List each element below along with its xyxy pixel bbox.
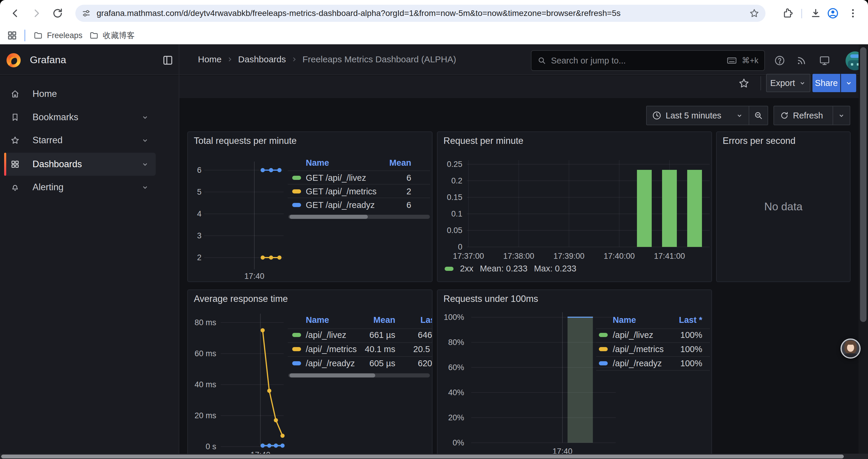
legend-series-label[interactable]: /api/_/metrics xyxy=(306,345,356,354)
monitor-icon[interactable] xyxy=(819,55,830,66)
vertical-scrollbar-thumb[interactable] xyxy=(860,47,867,322)
panel-title[interactable]: Total requests per minute xyxy=(194,136,297,146)
bookmark-folder-blogs[interactable]: 收藏博客 xyxy=(89,27,135,44)
legend-scrollbar-thumb[interactable] xyxy=(289,373,375,378)
series-swatch[interactable] xyxy=(292,176,301,180)
grafana-logo-icon[interactable] xyxy=(6,53,21,67)
legend-column-header[interactable]: Mean xyxy=(373,315,395,325)
series-swatch[interactable] xyxy=(599,361,608,365)
legend-series-label[interactable]: /api/_/readyz xyxy=(306,359,355,368)
share-dropdown-button[interactable] xyxy=(841,74,856,92)
search-input[interactable]: Search or jump to... ⌘+k xyxy=(531,50,765,71)
bar-plot: 0.250.20.150.10.05017:37:0017:38:0017:39… xyxy=(438,132,712,282)
help-icon[interactable] xyxy=(774,55,785,66)
panel-requests-under-100ms[interactable]: 100%80%60%40%20%0%17:40 Requests under 1… xyxy=(437,290,712,459)
legend-stat: Mean: 0.233 xyxy=(480,264,527,273)
news-rss-icon[interactable] xyxy=(796,55,807,66)
refresh-interval-dropdown[interactable] xyxy=(833,106,850,125)
panel-errors-per-second[interactable]: No data Errors per second xyxy=(716,131,850,282)
legend-series-label[interactable]: /api/_/livez xyxy=(306,330,346,340)
menu-kebab-icon[interactable] xyxy=(847,8,859,19)
legend-scrollbar-thumb[interactable] xyxy=(289,215,368,219)
legend-series-label[interactable]: /api/_/livez xyxy=(613,330,653,340)
bookmark-star-icon[interactable] xyxy=(749,8,760,19)
series-swatch[interactable] xyxy=(292,347,301,351)
bookmark-folder-freeleaps[interactable]: Freeleaps xyxy=(33,27,83,44)
favorite-star-icon[interactable] xyxy=(738,77,750,89)
panel-title[interactable]: Request per minute xyxy=(443,136,524,146)
panel-average-response-time[interactable]: 80 ms60 ms40 ms20 ms0 s17:40 Average res… xyxy=(187,290,433,459)
legend-series-label[interactable]: GET /api/_/livez xyxy=(306,173,366,183)
svg-text:6: 6 xyxy=(197,166,202,174)
horizontal-scrollbar-thumb[interactable] xyxy=(1,455,844,458)
extensions-icon[interactable] xyxy=(782,8,794,19)
share-button[interactable]: Share xyxy=(812,74,840,92)
panel-total-requests-per-minute[interactable]: 6543217:40 Total requests per minute Nam… xyxy=(187,131,433,282)
home-icon xyxy=(10,89,20,99)
series-swatch[interactable] xyxy=(292,333,301,337)
url-bar[interactable]: grafana.mathmast.com/d/deytv4rwavabkb/fr… xyxy=(75,5,766,22)
profile-icon[interactable] xyxy=(827,7,838,18)
chevron-down-icon[interactable] xyxy=(141,113,149,121)
search-shortcut: ⌘+k xyxy=(742,56,758,65)
series-swatch[interactable] xyxy=(292,361,301,365)
legend-stat: Max: 0.233 xyxy=(534,264,576,273)
svg-text:0.1: 0.1 xyxy=(451,209,462,218)
zoom-out-button[interactable] xyxy=(749,106,768,125)
legend-column-header[interactable]: Last * xyxy=(679,315,702,325)
svg-text:17:41:00: 17:41:00 xyxy=(654,252,685,261)
svg-text:17:39:00: 17:39:00 xyxy=(553,252,584,261)
apps-grid-icon[interactable] xyxy=(7,30,17,40)
series-swatch[interactable] xyxy=(445,267,454,271)
series-swatch[interactable] xyxy=(599,347,608,351)
legend-value: 2 xyxy=(406,187,411,196)
legend-column-header[interactable]: Name xyxy=(306,158,329,168)
chevron-down-icon xyxy=(736,112,743,119)
url-text[interactable]: grafana.mathmast.com/d/deytv4rwavabkb/fr… xyxy=(97,8,749,18)
legend-series-label[interactable]: GET /api/_/readyz xyxy=(306,200,375,210)
chevron-down-icon[interactable] xyxy=(141,160,149,168)
series-swatch[interactable] xyxy=(599,333,608,337)
panel-title[interactable]: Average response time xyxy=(194,294,288,304)
sidebar-item-bookmarks[interactable]: Bookmarks xyxy=(4,106,156,129)
brand-title: Grafana xyxy=(30,44,66,75)
collapse-sidebar-icon[interactable] xyxy=(162,54,174,66)
chevron-down-icon[interactable] xyxy=(141,136,149,144)
legend-column-header[interactable]: Last * xyxy=(421,315,433,325)
legend-column-header[interactable]: Name xyxy=(306,315,329,325)
legend-column-header[interactable]: Name xyxy=(613,315,636,325)
time-range-picker[interactable]: Last 5 minutes xyxy=(646,106,768,125)
reload-icon[interactable] xyxy=(52,8,63,19)
legend-value: 605 µs xyxy=(369,359,395,368)
legend-series-label[interactable]: GET /api/_/metrics xyxy=(306,187,377,196)
breadcrumb-dashboards[interactable]: Dashboards xyxy=(238,54,286,64)
forward-icon[interactable] xyxy=(31,8,42,19)
svg-text:0.05: 0.05 xyxy=(447,226,462,235)
breadcrumb-home[interactable]: Home xyxy=(198,54,222,64)
legend-column-header[interactable]: Mean xyxy=(390,158,411,168)
site-info-icon[interactable] xyxy=(81,8,91,18)
legend-series-label[interactable]: /api/_/metrics xyxy=(613,345,663,354)
sidebar-item-starred[interactable]: Starred xyxy=(4,129,156,152)
chevron-down-icon[interactable] xyxy=(141,183,149,191)
legend-divider xyxy=(288,342,433,343)
panel-title[interactable]: Requests under 100ms xyxy=(443,294,538,304)
legend-series-label[interactable]: /api/_/readyz xyxy=(613,359,662,368)
panel-title[interactable]: Errors per second xyxy=(723,136,795,146)
sidebar-item-alerting[interactable]: Alerting xyxy=(4,176,156,199)
series-swatch[interactable] xyxy=(292,203,301,207)
sidebar-item-home[interactable]: Home xyxy=(4,83,156,105)
series-swatch[interactable] xyxy=(292,189,301,193)
folder-icon xyxy=(33,31,43,40)
legend-series-label[interactable]: 2xx xyxy=(460,264,473,273)
svg-text:3: 3 xyxy=(197,231,202,240)
legend-divider xyxy=(596,356,710,357)
export-button[interactable]: Export xyxy=(766,74,810,92)
refresh-button[interactable]: Refresh xyxy=(773,106,850,125)
assistant-avatar-button[interactable] xyxy=(840,338,861,359)
download-icon[interactable] xyxy=(810,8,821,19)
sidebar-item-label: Dashboards xyxy=(32,159,82,169)
sidebar-item-dashboards[interactable]: Dashboards xyxy=(4,153,156,176)
panel-request-per-minute[interactable]: 0.250.20.150.10.05017:37:0017:38:0017:39… xyxy=(437,131,712,282)
back-icon[interactable] xyxy=(10,8,21,19)
